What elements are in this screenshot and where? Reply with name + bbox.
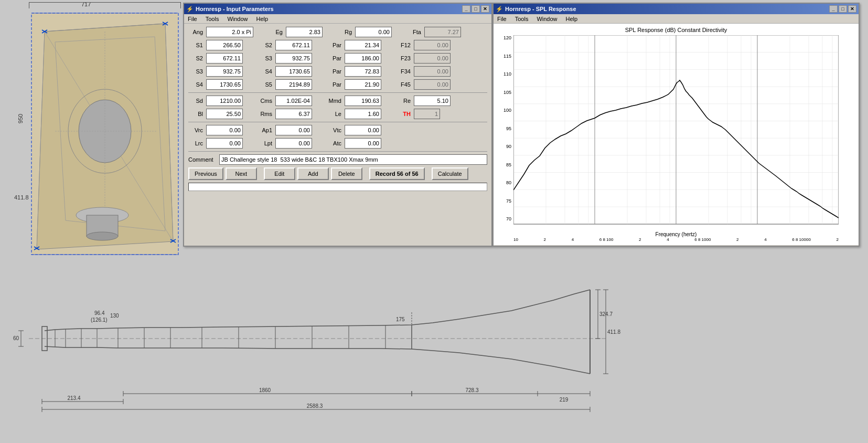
- spl-menu-window[interactable]: Window: [535, 16, 559, 22]
- svg-text:219: 219: [560, 397, 569, 403]
- spl-chart-title: SPL Response (dB) Constant Directivity: [497, 27, 855, 33]
- mmd-input[interactable]: [345, 96, 381, 106]
- s2-input[interactable]: [275, 40, 312, 50]
- rms-input[interactable]: [275, 109, 312, 119]
- next-button[interactable]: Next: [226, 167, 257, 180]
- f23-input[interactable]: [414, 53, 451, 64]
- delete-button[interactable]: Delete: [331, 167, 362, 180]
- s4-input[interactable]: [275, 66, 312, 77]
- spl-menu-file[interactable]: File: [496, 16, 508, 22]
- s3-label: S3: [258, 55, 272, 61]
- s5-input[interactable]: [275, 79, 312, 90]
- spl-chart-container: SPL Response (dB) Constant Directivity 1…: [494, 24, 859, 245]
- s1-input[interactable]: [206, 40, 243, 50]
- par2-input[interactable]: [345, 53, 381, 64]
- spl-svg: [513, 35, 839, 229]
- previous-button[interactable]: Previous: [188, 167, 223, 180]
- row-lrc: Lrc Lpt Atc: [188, 138, 487, 149]
- le-input[interactable]: [345, 109, 381, 119]
- y-70: 70: [506, 216, 511, 221]
- input-params-window: ⚡ Hornresp - Input Parameters _ □ ✕ File…: [183, 3, 492, 247]
- svg-point-26: [87, 232, 118, 240]
- row-s4b: S4 S5 Par F45: [188, 79, 487, 90]
- spl-chart: Frequency (hertz) 10 2 4 6 8 100 2 4 6 8…: [513, 35, 839, 242]
- f45-input[interactable]: [414, 79, 451, 90]
- spl-minimize-button[interactable]: _: [829, 5, 838, 13]
- ang-input[interactable]: [206, 27, 253, 37]
- th-label: TH: [396, 111, 411, 117]
- s4b-input[interactable]: [206, 79, 243, 90]
- bl-label: Bl: [188, 111, 203, 117]
- x-tick-2a: 2: [544, 237, 546, 242]
- spl-maximize-button[interactable]: □: [839, 5, 847, 13]
- add-button[interactable]: Add: [297, 167, 329, 180]
- params-content: Ang Eg Rg Fta S1 S2 Par F12: [184, 24, 491, 196]
- record-button[interactable]: Record 56 of 56: [369, 167, 425, 180]
- fta-input[interactable]: [424, 27, 461, 37]
- vtc-input[interactable]: [345, 125, 381, 135]
- window-controls[interactable]: _ □ ✕: [462, 5, 489, 13]
- f12-input[interactable]: [414, 40, 451, 50]
- s2b-input[interactable]: [206, 53, 243, 64]
- re-input[interactable]: [414, 96, 451, 106]
- button-row: Previous Next Edit Add Delete Record 56 …: [188, 167, 487, 180]
- vtc-label: Vtc: [327, 127, 341, 133]
- s4b-label: S4: [188, 81, 203, 88]
- spl-title: Hornresp - SPL Response: [505, 6, 576, 12]
- th-input[interactable]: [414, 109, 440, 119]
- spl-menu-tools[interactable]: Tools: [513, 16, 530, 22]
- minimize-button[interactable]: _: [462, 5, 470, 13]
- y-axis-labels: 120 115 110 105 100 95 90 85 80 75 70: [497, 35, 513, 221]
- divider1: [188, 92, 487, 93]
- row-s3b: S3 S4 Par F34: [188, 66, 487, 77]
- comment-input[interactable]: [219, 154, 487, 165]
- lpt-input[interactable]: [275, 138, 312, 149]
- titlebar-left: ⚡ Hornresp - Input Parameters: [186, 6, 274, 13]
- spl-window-controls[interactable]: _ □ ✕: [829, 5, 856, 13]
- par1-input[interactable]: [345, 40, 381, 50]
- maximize-button[interactable]: □: [471, 5, 480, 13]
- bl-input[interactable]: [206, 109, 243, 119]
- cabinet-height-dim: 950: [17, 114, 24, 123]
- menu-tools[interactable]: Tools: [204, 16, 221, 22]
- f34-label: F34: [396, 68, 411, 75]
- rg-input[interactable]: [355, 27, 392, 37]
- menu-file[interactable]: File: [186, 16, 199, 22]
- s5-label: S5: [258, 81, 272, 88]
- f34-input[interactable]: [414, 66, 451, 77]
- x-tick-68-1000: 6 8 1000: [694, 237, 711, 242]
- close-button[interactable]: ✕: [481, 5, 489, 13]
- s3b-input[interactable]: [206, 66, 243, 77]
- edit-button[interactable]: Edit: [264, 167, 295, 180]
- horn-side-svg: 213.4 1860 728.3 219 2588.3 60 324.7 411…: [13, 262, 642, 425]
- s2b-label: S2: [188, 55, 203, 61]
- calculate-button[interactable]: Calculate: [432, 167, 468, 180]
- par3-label: Par: [327, 68, 341, 75]
- mmd-label: Mmd: [327, 98, 341, 104]
- menu-help[interactable]: Help: [255, 16, 270, 22]
- x-tick-4b: 4: [667, 237, 669, 242]
- lrc-input[interactable]: [206, 138, 243, 149]
- ap1-input[interactable]: [275, 125, 312, 135]
- x-tick-4a: 4: [572, 237, 574, 242]
- s3-input[interactable]: [275, 53, 312, 64]
- width-arrow: [29, 2, 181, 8]
- cms-label: Cms: [258, 98, 272, 104]
- cms-input[interactable]: [275, 96, 312, 106]
- vrc-input[interactable]: [206, 125, 243, 135]
- par4-input[interactable]: [345, 79, 381, 90]
- eg-input[interactable]: [286, 27, 323, 37]
- f12-label: F12: [396, 42, 411, 48]
- menu-window[interactable]: Window: [226, 16, 249, 22]
- rms-label: Rms: [258, 111, 272, 117]
- svg-text:60: 60: [13, 335, 19, 341]
- spl-menu-help[interactable]: Help: [564, 16, 580, 22]
- atc-input[interactable]: [345, 138, 381, 149]
- spl-close-button[interactable]: ✕: [848, 5, 856, 13]
- par3-input[interactable]: [345, 66, 381, 77]
- svg-text:2588.3: 2588.3: [307, 403, 323, 409]
- svg-rect-61: [13, 262, 642, 425]
- input-params-title: Hornresp - Input Parameters: [196, 6, 274, 12]
- row-ang: Ang Eg Rg Fta: [188, 27, 487, 37]
- sd-input[interactable]: [206, 96, 243, 106]
